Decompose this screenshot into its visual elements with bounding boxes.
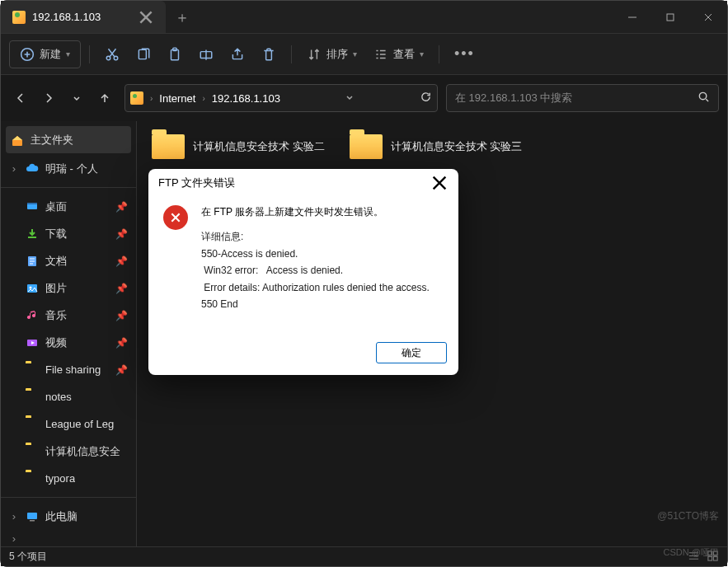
window-close-button[interactable] [689,1,727,34]
chevron-right-icon[interactable]: › [9,162,19,175]
sidebar-folder[interactable]: 计算机信息安全 [1,438,136,465]
error-icon [163,205,188,230]
error-dialog: FTP 文件夹错误 在 FTP 服务器上新建文件夹时发生错误。 详细信息: 55… [148,169,458,375]
rename-button[interactable] [192,40,220,68]
svg-rect-0 [667,14,674,21]
paste-button[interactable] [161,40,189,68]
chevron-right-icon: › [150,94,153,103]
folder-icon [26,472,39,485]
sidebar-item-label: League of Leg [45,418,114,430]
sidebar-item-video[interactable]: 视频📌 [1,329,136,356]
sidebar-user[interactable]: › 明瑞 - 个人 [1,155,136,182]
delete-button[interactable] [255,40,283,68]
sidebar-item-download[interactable]: 下载📌 [1,220,136,247]
share-button[interactable] [223,40,251,68]
svg-rect-17 [708,551,712,555]
view-details-button[interactable] [688,550,700,565]
pin-icon: 📌 [115,364,128,376]
svg-point-8 [699,92,706,99]
new-button[interactable]: 新建 ▾ [9,40,81,68]
more-button[interactable]: ••• [448,40,481,68]
address-dropdown[interactable] [345,92,355,105]
sort-icon [307,47,322,62]
up-button[interactable] [93,87,116,110]
folder-item[interactable]: 计算机信息安全技术 实验二 [152,134,325,159]
back-button[interactable] [9,87,32,110]
pin-icon: 📌 [115,283,128,294]
breadcrumb[interactable]: Internet [159,92,195,105]
home-icon [11,134,24,147]
sidebar-item-label: notes [45,391,72,403]
sidebar-folder[interactable]: League of Leg [1,410,136,438]
folder-icon [26,445,39,458]
svg-rect-16 [30,520,35,522]
folder-item[interactable]: 计算机信息安全技术 实验三 [350,134,523,159]
tab-icon [12,11,26,24]
chevron-right-icon[interactable]: › [9,510,19,522]
sidebar-item-doc[interactable]: 文档📌 [1,247,136,274]
sidebar-folder[interactable]: File sharing📌 [1,356,136,383]
pin-icon: 📌 [115,201,128,213]
cut-button[interactable] [98,40,126,68]
sidebar-thispc[interactable]: › 此电脑 [1,503,136,530]
pin-icon: 📌 [115,337,128,349]
status-bar: 5 个项目 CSDN @哑巴 [1,546,727,566]
sidebar-folder[interactable]: notes [1,383,136,410]
search-placeholder: 在 192.168.1.103 中搜索 [455,91,572,105]
trash-icon [261,47,276,62]
pin-icon: 📌 [115,310,128,321]
sidebar-more[interactable]: › [1,530,136,546]
video-icon [26,336,39,349]
sort-label: 排序 [326,47,348,62]
dialog-details: 550-Access is denied. Win32 error: Acces… [201,246,430,313]
chevron-down-icon: ▾ [420,49,424,59]
view-thumbnails-button[interactable] [707,550,719,565]
sidebar-item-music[interactable]: 音乐📌 [1,302,136,329]
search-box[interactable]: 在 192.168.1.103 中搜索 [446,84,719,112]
paste-icon [167,47,182,62]
chevron-right-icon[interactable]: › [9,532,19,545]
dialog-details-label: 详细信息: [201,228,430,245]
separator [439,45,439,63]
address-icon [130,91,143,105]
nav-row: › Internet › 192.168.1.103 在 192.168.1.1… [1,75,727,121]
folder-label: 计算机信息安全技术 实验三 [391,139,523,154]
cut-icon [105,47,120,62]
sidebar-item-label: 音乐 [45,308,67,323]
dialog-title: FTP 文件夹错误 [158,176,235,190]
svg-rect-10 [27,203,37,204]
forward-button[interactable] [37,87,60,110]
download-icon [26,227,39,241]
address-bar[interactable]: › Internet › 192.168.1.103 [124,84,438,112]
folder-label: 计算机信息安全技术 实验二 [193,139,325,154]
window-maximize-button[interactable] [651,1,689,34]
folder-icon [26,391,39,404]
sort-button[interactable]: 排序▾ [300,40,364,68]
copy-button[interactable] [129,40,157,68]
window-minimize-button[interactable] [613,1,651,34]
refresh-button[interactable] [420,91,432,105]
view-button[interactable]: 查看▾ [367,40,430,68]
sidebar: 主文件夹 › 明瑞 - 个人 桌面📌下载📌文档📌图片📌音乐📌视频📌 File s… [1,121,137,546]
breadcrumb[interactable]: 192.168.1.103 [212,92,280,105]
recent-dropdown[interactable] [65,87,88,110]
dialog-ok-button[interactable]: 确定 [376,342,447,363]
tab-close-button[interactable] [138,9,154,26]
svg-rect-4 [139,49,146,59]
chevron-down-icon: ▾ [66,49,70,59]
folder-icon [26,363,39,377]
dialog-titlebar[interactable]: FTP 文件夹错误 [148,169,458,197]
browser-tab[interactable]: 192.168.1.103 [1,1,166,33]
sidebar-user-label: 明瑞 - 个人 [45,162,98,176]
more-icon: ••• [454,45,475,63]
view-icon [373,47,388,62]
pin-icon: 📌 [115,228,128,240]
sidebar-folder[interactable]: typora [1,465,136,492]
dialog-close-button[interactable] [430,174,449,192]
separator [1,497,136,498]
sidebar-home[interactable]: 主文件夹 [6,126,131,153]
new-tab-button[interactable]: ＋ [166,7,199,27]
svg-rect-19 [708,556,712,560]
sidebar-item-desktop[interactable]: 桌面📌 [1,193,136,220]
sidebar-item-picture[interactable]: 图片📌 [1,274,136,302]
